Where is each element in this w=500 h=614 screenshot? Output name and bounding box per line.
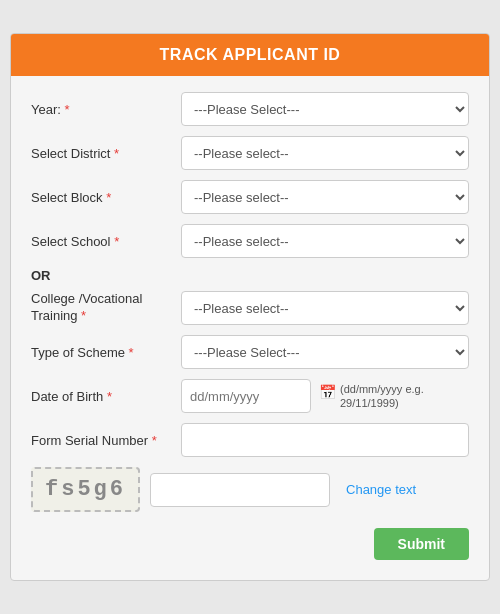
district-row: Select District * --Please select-- <box>31 136 469 170</box>
submit-row: Submit <box>31 528 469 560</box>
year-select[interactable]: ---Please Select--- 2023 2022 <box>181 92 469 126</box>
scheme-label: Type of Scheme * <box>31 345 181 360</box>
college-row: College /Vocational Training * --Please … <box>31 291 469 325</box>
college-select-wrap: --Please select-- <box>181 291 469 325</box>
college-select[interactable]: --Please select-- <box>181 291 469 325</box>
district-select[interactable]: --Please select-- <box>181 136 469 170</box>
or-separator: OR <box>31 268 469 283</box>
school-select[interactable]: --Please select-- <box>181 224 469 258</box>
college-label: College /Vocational Training * <box>31 291 181 325</box>
district-label: Select District * <box>31 146 181 161</box>
serial-row: Form Serial Number * <box>31 423 469 457</box>
dob-hint: 📅 (dd/mm/yyyy e.g. 29/11/1999) <box>319 382 459 411</box>
submit-button[interactable]: Submit <box>374 528 469 560</box>
captcha-row: fs5g6 Change text <box>31 467 469 512</box>
school-select-wrap: --Please select-- <box>181 224 469 258</box>
header-title: TRACK APPLICANT ID <box>160 46 341 63</box>
form-body: Year: * ---Please Select--- 2023 2022 Se… <box>11 76 489 580</box>
block-select[interactable]: --Please select-- <box>181 180 469 214</box>
form-container: TRACK APPLICANT ID Year: * ---Please Sel… <box>10 33 490 581</box>
captcha-image: fs5g6 <box>31 467 140 512</box>
page-title: TRACK APPLICANT ID <box>11 34 489 76</box>
school-label: Select School * <box>31 234 181 249</box>
scheme-select-wrap: ---Please Select--- <box>181 335 469 369</box>
serial-label: Form Serial Number * <box>31 433 181 448</box>
captcha-input[interactable] <box>150 473 330 507</box>
change-text-link[interactable]: Change text <box>346 482 416 497</box>
block-select-wrap: --Please select-- <box>181 180 469 214</box>
block-row: Select Block * --Please select-- <box>31 180 469 214</box>
dob-input-wrap: 📅 (dd/mm/yyyy e.g. 29/11/1999) <box>181 379 469 413</box>
block-label: Select Block * <box>31 190 181 205</box>
year-row: Year: * ---Please Select--- 2023 2022 <box>31 92 469 126</box>
dob-input[interactable] <box>181 379 311 413</box>
scheme-select[interactable]: ---Please Select--- <box>181 335 469 369</box>
year-select-wrap: ---Please Select--- 2023 2022 <box>181 92 469 126</box>
scheme-row: Type of Scheme * ---Please Select--- <box>31 335 469 369</box>
dob-row: Date of Birth * 📅 (dd/mm/yyyy e.g. 29/11… <box>31 379 469 413</box>
calendar-icon: 📅 <box>319 383 336 401</box>
serial-input-wrap <box>181 423 469 457</box>
district-select-wrap: --Please select-- <box>181 136 469 170</box>
year-label: Year: * <box>31 102 181 117</box>
dob-label: Date of Birth * <box>31 389 181 404</box>
serial-input[interactable] <box>181 423 469 457</box>
school-row: Select School * --Please select-- <box>31 224 469 258</box>
